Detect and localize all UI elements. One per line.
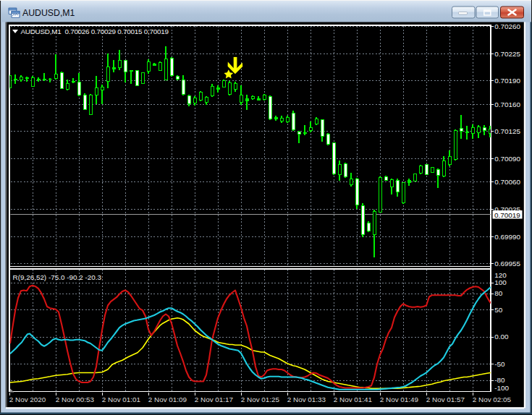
svg-text:120: 120 — [494, 271, 507, 279]
svg-text:0.00: 0.00 — [494, 333, 509, 341]
svg-text:R(9,26,52) -75.0 -90.2 -20.3: R(9,26,52) -75.0 -90.2 -20.3 — [13, 273, 102, 281]
svg-text:2 Nov 02:05: 2 Nov 02:05 — [473, 395, 512, 403]
svg-text:2 Nov 2020: 2 Nov 2020 — [9, 395, 46, 403]
svg-text:0.70090: 0.70090 — [494, 155, 520, 163]
svg-text:0.70125: 0.70125 — [494, 127, 520, 135]
svg-text:2 Nov 01:09: 2 Nov 01:09 — [148, 395, 187, 403]
svg-text:100: 100 — [494, 278, 507, 286]
svg-text:2 Nov 01:25: 2 Nov 01:25 — [241, 395, 280, 403]
svg-text:AUDUSD,M1: AUDUSD,M1 — [22, 8, 75, 18]
svg-text:50: 50 — [494, 306, 502, 314]
svg-text:2 Nov 01:17: 2 Nov 01:17 — [195, 395, 233, 403]
svg-text:2 Nov 01:57: 2 Nov 01:57 — [426, 395, 465, 403]
svg-text:0.69990: 0.69990 — [494, 233, 520, 241]
svg-text:-80: -80 — [494, 376, 505, 384]
svg-text:0.69955: 0.69955 — [494, 260, 520, 268]
svg-text:0.70225: 0.70225 — [494, 50, 520, 58]
svg-text:2 Nov 01:33: 2 Nov 01:33 — [287, 395, 326, 403]
svg-text:-100: -100 — [494, 384, 509, 392]
svg-text:80: 80 — [494, 289, 502, 297]
svg-text:0.70190: 0.70190 — [494, 77, 520, 85]
svg-text:-50: -50 — [494, 360, 505, 368]
svg-text:2 Nov 01:49: 2 Nov 01:49 — [380, 395, 419, 403]
svg-text:2 Nov 00:53: 2 Nov 00:53 — [56, 395, 95, 403]
svg-text:0.70160: 0.70160 — [494, 100, 520, 108]
svg-text:0.70060: 0.70060 — [494, 178, 520, 186]
svg-text:0.70260: 0.70260 — [494, 22, 520, 30]
svg-text:2 Nov 01:01: 2 Nov 01:01 — [102, 395, 141, 403]
svg-text:0.70019: 0.70019 — [494, 211, 520, 219]
svg-text:AUDUSD,M1 0.70026 0.70029 0.7: AUDUSD,M1 0.70026 0.70029 0.70015 0,7001… — [21, 27, 169, 35]
svg-text:2 Nov 01:41: 2 Nov 01:41 — [334, 395, 373, 403]
